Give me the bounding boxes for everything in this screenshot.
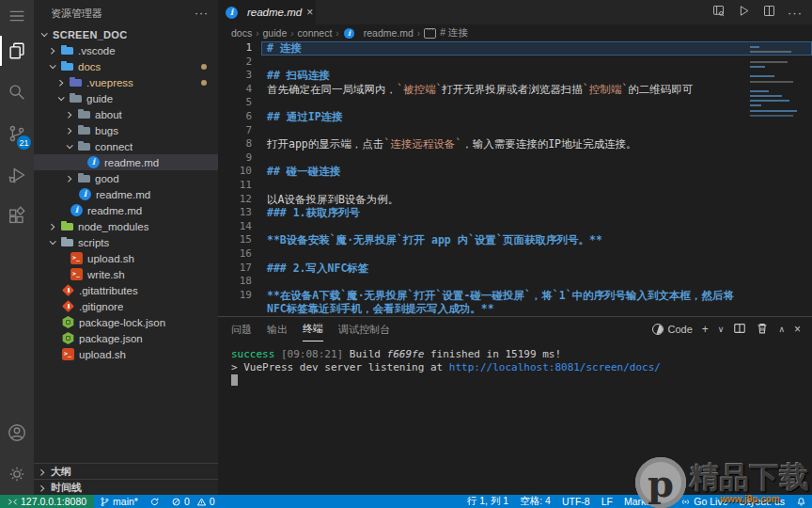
editor-line-3[interactable]: 3## 扫码连接 — [218, 69, 812, 83]
tree-item-upload-sh[interactable]: upload.sh — [34, 250, 218, 266]
editor-line-19[interactable]: 19**在设备A下载`魔·无界投屏`打开`设置-碰一碰投屏`，将`1`中的序列号… — [218, 289, 812, 316]
tree-item-bugs[interactable]: bugs — [34, 122, 218, 138]
remote-indicator[interactable]: 127.0.0.1:8080 — [0, 495, 94, 508]
editor-line-16[interactable]: 16 — [218, 247, 812, 262]
breadcrumb-4[interactable]: readme.md — [343, 27, 414, 40]
terminal[interactable]: success [09:08:21] Build f669fe finished… — [218, 341, 812, 495]
explorer-icon[interactable] — [0, 30, 34, 71]
editor[interactable]: 1# 连接23## 扫码连接4首先确定在同一局域网内，`被控端`打开无界投屏或者… — [218, 41, 812, 316]
timeline-section[interactable]: 时间线 — [34, 479, 218, 495]
modified-dot-badge — [201, 80, 207, 86]
tab-label: readme.md — [247, 7, 302, 18]
markdown-preview-icon[interactable] — [711, 4, 726, 22]
extensions-icon[interactable] — [0, 196, 34, 237]
split-editor-icon[interactable] — [762, 4, 776, 22]
eol[interactable]: LF — [596, 495, 618, 508]
tree-item-readme-md[interactable]: readme.md — [34, 202, 218, 218]
tree-item-about[interactable]: about — [34, 106, 218, 122]
breadcrumb-separator: › — [417, 28, 420, 39]
folder-icon — [61, 220, 73, 232]
tree-item-write-sh[interactable]: write.sh — [34, 266, 218, 282]
editor-line-6[interactable]: 6## 通过IP连接 — [218, 110, 812, 124]
account-icon[interactable] — [0, 412, 34, 453]
split-terminal-icon[interactable] — [733, 322, 746, 338]
editor-more-icon[interactable]: ··· — [788, 6, 803, 20]
tree-item-docs[interactable]: docs — [34, 58, 218, 74]
editor-line-5[interactable]: 5 — [218, 96, 812, 110]
npm-icon — [62, 332, 74, 344]
minimap[interactable] — [750, 43, 804, 117]
panel-tab-item[interactable]: 输出 — [267, 317, 288, 341]
layout-item[interactable]: Layout: us — [734, 495, 790, 508]
bell-icon[interactable] — [790, 495, 812, 508]
tab-close-icon[interactable]: × — [306, 6, 313, 19]
tree-item-screen-doc[interactable]: SCREEN_DOC — [34, 26, 218, 42]
tree-item-good[interactable]: good — [34, 170, 218, 186]
problems-item[interactable]: 0 0 — [165, 495, 221, 508]
editor-line-14[interactable]: 14 — [218, 220, 812, 234]
tree-item--vscode[interactable]: .vscode — [34, 42, 218, 58]
tree-item--gitattributes[interactable]: .gitattributes — [34, 282, 218, 298]
breadcrumb-1[interactable]: docs — [231, 27, 252, 39]
editor-line-7[interactable]: 7 — [218, 124, 812, 138]
sidebar-more-icon[interactable]: ··· — [195, 7, 209, 20]
maximize-panel-icon[interactable]: ∧ — [778, 325, 785, 334]
line-number: 9 — [218, 151, 261, 166]
editor-line-2[interactable]: 2 — [218, 56, 812, 70]
editor-line-12[interactable]: 12以A设备投屏到B设备为例。 — [218, 193, 812, 207]
close-panel-icon[interactable]: × — [794, 324, 801, 335]
editor-line-8[interactable]: 8打开app的显示端，点击`连接远程设备`，输入需要连接的IP地址完成连接。 — [218, 137, 812, 151]
tree-item-package-json[interactable]: package.json — [34, 330, 218, 346]
chevron-right-icon — [48, 224, 55, 230]
breadcrumb-3[interactable]: connect — [298, 27, 333, 39]
editor-line-10[interactable]: 10## 碰一碰连接 — [218, 165, 812, 179]
editor-line-13[interactable]: 13### 1.获取序列号 — [218, 206, 812, 220]
breadcrumbs: docs›guide›connect›readme.md›# 连接 — [218, 24, 812, 41]
panel-tab-active[interactable]: 终端 — [303, 317, 323, 341]
terminal-dropdown-icon[interactable]: ∨ — [718, 325, 725, 334]
file-tree: SCREEN_DOC.vscodedocs.vuepressguideabout… — [34, 26, 218, 463]
tree-item--vuepress[interactable]: .vuepress — [34, 74, 218, 90]
run-file-icon[interactable] — [737, 4, 751, 22]
tree-item-scripts[interactable]: scripts — [34, 234, 218, 250]
tab-readme[interactable]: readme.md × — [218, 0, 316, 24]
sync-icon[interactable] — [144, 495, 165, 508]
source-control-icon[interactable]: 21 — [0, 113, 34, 154]
tree-item--gitignore[interactable]: .gitignore — [34, 298, 218, 314]
cursor-position[interactable]: 行 1, 列 1 — [461, 495, 514, 508]
go-live-item[interactable]: Go Live — [675, 495, 733, 508]
tree-item-readme-md[interactable]: readme.md — [34, 154, 218, 170]
editor-line-15[interactable]: 15**B设备安装`魔·无界投屏`打开 app 内`设置`页面获取序列号。** — [218, 233, 812, 247]
tree-item-readme-md[interactable]: readme.md — [34, 186, 218, 202]
new-terminal-icon[interactable]: + — [702, 324, 709, 335]
tree-item-connect[interactable]: connect — [34, 138, 218, 154]
panel-tab-item[interactable]: 问题 — [231, 317, 252, 341]
tree-item-guide[interactable]: guide — [34, 90, 218, 106]
terminal-cursor — [231, 374, 238, 386]
editor-line-1[interactable]: 1# 连接 — [218, 41, 812, 56]
folder-icon — [78, 124, 90, 136]
tree-item-package-lock-json[interactable]: package-lock.json — [34, 314, 218, 330]
breadcrumb-2[interactable]: guide — [263, 27, 288, 39]
editor-line-9[interactable]: 9 — [218, 151, 812, 166]
menu-icon[interactable] — [0, 2, 34, 30]
breadcrumb-5[interactable]: # 连接 — [424, 26, 468, 40]
panel-tab-item[interactable]: 调试控制台 — [338, 317, 390, 341]
encoding[interactable]: UTF-8 — [556, 495, 596, 508]
editor-line-18[interactable]: 18 — [218, 275, 812, 289]
settings-gear-icon[interactable] — [0, 453, 34, 495]
indentation[interactable]: 空格: 4 — [514, 495, 556, 508]
modified-dot-badge — [201, 64, 207, 70]
terminal-profile-button[interactable]: Code — [652, 324, 692, 335]
editor-line-11[interactable]: 11 — [218, 179, 812, 193]
tree-item-node-modules[interactable]: node_modules — [34, 218, 218, 234]
search-icon[interactable] — [0, 71, 34, 113]
git-branch-item[interactable]: main* — [94, 495, 144, 508]
outline-section[interactable]: 大纲 — [34, 463, 218, 479]
kill-terminal-icon[interactable] — [756, 322, 769, 338]
editor-line-4[interactable]: 4首先确定在同一局域网内，`被控端`打开无界投屏或者浏览器扫描`控制端`的二维码… — [218, 83, 812, 97]
editor-line-17[interactable]: 17### 2.写入NFC标签 — [218, 262, 812, 276]
tree-item-upload-sh[interactable]: upload.sh — [34, 346, 218, 362]
language-mode[interactable]: Markdown — [618, 495, 675, 508]
run-debug-icon[interactable] — [0, 154, 34, 196]
